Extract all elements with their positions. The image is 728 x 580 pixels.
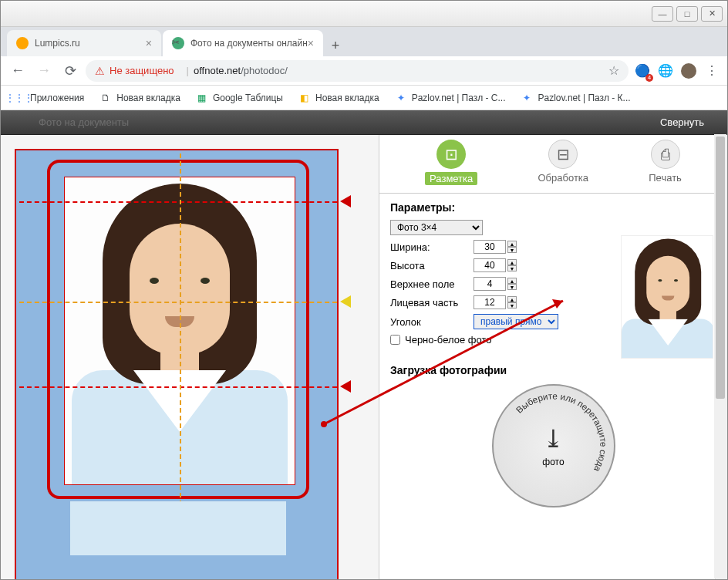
bookmark-newtab[interactable]: 🗋Новая вкладка bbox=[93, 89, 187, 107]
step-label: Обработка bbox=[538, 172, 588, 184]
bookmark-newtab2[interactable]: ◧Новая вкладка bbox=[292, 89, 386, 107]
page-icon: ◧ bbox=[298, 92, 311, 104]
width-label: Ширина: bbox=[390, 241, 474, 253]
guide-center-vertical[interactable] bbox=[180, 153, 181, 505]
step-label: Печать bbox=[649, 172, 682, 184]
spinner-down[interactable]: ▼ bbox=[507, 247, 517, 253]
settings-pane: ⊡ Разметка ⊟ Обработка ⎙ Печать Параметр… bbox=[379, 135, 727, 579]
facepart-label: Лицевая часть bbox=[390, 297, 474, 309]
scrollbar-thumb[interactable] bbox=[716, 137, 725, 399]
spinner-up[interactable]: ▲ bbox=[507, 241, 517, 247]
favicon-icon bbox=[16, 37, 29, 49]
tab-close-icon[interactable]: × bbox=[146, 37, 152, 49]
corner-label: Уголок bbox=[390, 316, 474, 328]
page-faint-title: Фото на документы bbox=[39, 116, 129, 128]
back-button[interactable]: ← bbox=[7, 60, 29, 82]
upload-dropzone[interactable]: ⤓ фото Выберите или перетащите сюда bbox=[492, 384, 615, 508]
spinner-down[interactable]: ▼ bbox=[507, 302, 517, 309]
omnibox[interactable]: Не защищено | offnote.net /photodoc/ ☆ bbox=[86, 60, 629, 82]
photo-canvas-pane bbox=[1, 135, 379, 579]
forward-button[interactable]: → bbox=[33, 60, 55, 82]
page-header: Фото на документы Свернуть bbox=[1, 110, 727, 135]
preset-select[interactable]: Фото 3×4 bbox=[390, 220, 483, 235]
apps-icon: ⋮⋮⋮ bbox=[13, 92, 25, 104]
guide-marker-icon bbox=[340, 380, 351, 393]
maximize-button[interactable]: □ bbox=[676, 6, 698, 22]
step-markup[interactable]: ⊡ Разметка bbox=[425, 140, 477, 185]
puzzle-icon: ✦ bbox=[521, 92, 533, 104]
guide-top-head[interactable] bbox=[19, 201, 337, 203]
tab-title: Lumpics.ru bbox=[35, 38, 80, 49]
photo-overflow bbox=[18, 501, 338, 578]
profile-avatar[interactable] bbox=[679, 62, 698, 80]
url-path: /photodoc/ bbox=[241, 65, 288, 76]
tab-close-icon[interactable]: × bbox=[308, 37, 314, 49]
guide-eyes[interactable] bbox=[19, 302, 337, 303]
star-icon[interactable]: ☆ bbox=[608, 63, 619, 78]
sliders-icon: ⊟ bbox=[548, 140, 578, 169]
close-button[interactable]: ✕ bbox=[701, 6, 723, 22]
bw-checkbox[interactable] bbox=[390, 335, 400, 345]
menu-icon[interactable]: ⋮ bbox=[703, 62, 721, 80]
bookmark-pazlov1[interactable]: ✦Pazlov.net | Пазл - С... bbox=[389, 89, 512, 107]
puzzle-icon: ✦ bbox=[395, 92, 407, 104]
url-host: offnote.net bbox=[194, 65, 241, 76]
collapse-button[interactable]: Свернуть bbox=[660, 116, 704, 128]
step-processing[interactable]: ⊟ Обработка bbox=[538, 140, 588, 185]
corner-select[interactable]: правый прямой bbox=[474, 314, 558, 329]
guide-marker-icon bbox=[340, 195, 351, 207]
crop-selection[interactable] bbox=[47, 160, 309, 499]
extension-icon[interactable]: 🔵4 bbox=[633, 62, 652, 80]
page-scrollbar[interactable] bbox=[714, 134, 726, 578]
parameters-panel: Параметры: Фото 3×4 Ширина: 30 ▲▼ Высота… bbox=[379, 194, 727, 358]
bookmark-apps[interactable]: ⋮⋮⋮Приложения bbox=[7, 89, 90, 107]
guide-marker-icon bbox=[340, 295, 351, 308]
address-bar: ← → ⟳ Не защищено | offnote.net /photodo… bbox=[1, 56, 727, 86]
height-input[interactable]: 40 bbox=[474, 258, 506, 272]
favicon-icon: ✂ bbox=[172, 37, 184, 49]
crop-icon: ⊡ bbox=[436, 140, 466, 169]
height-label: Высота bbox=[390, 260, 474, 271]
svg-text:Выберите или перетащите сюда: Выберите или перетащите сюда bbox=[514, 390, 608, 474]
preview-thumbnail bbox=[621, 235, 713, 359]
spinner-down[interactable]: ▼ bbox=[507, 265, 517, 271]
window-title-bar: — □ ✕ bbox=[1, 1, 727, 27]
bookmarks-bar: ⋮⋮⋮Приложения 🗋Новая вкладка ▦Google Таб… bbox=[1, 86, 727, 110]
sheets-icon: ▦ bbox=[196, 92, 208, 104]
tab-title: Фото на документы онлайн bbox=[190, 38, 308, 49]
topmargin-label: Верхнее поле bbox=[390, 278, 474, 290]
step-label: Разметка bbox=[425, 172, 477, 185]
spinner-up[interactable]: ▲ bbox=[507, 278, 517, 284]
facepart-input[interactable]: 12 bbox=[474, 295, 506, 309]
printer-icon: ⎙ bbox=[651, 140, 680, 169]
step-print[interactable]: ⎙ Печать bbox=[649, 140, 682, 185]
bw-label: Черно-белое фото bbox=[405, 334, 491, 346]
params-title: Параметры: bbox=[390, 201, 716, 214]
content-area: ⊡ Разметка ⊟ Обработка ⎙ Печать Параметр… bbox=[1, 135, 727, 579]
minimize-button[interactable]: — bbox=[652, 6, 673, 22]
spinner-up[interactable]: ▲ bbox=[507, 259, 517, 265]
extension-icon-2[interactable]: 🌐 bbox=[656, 62, 675, 80]
new-tab-button[interactable]: + bbox=[325, 35, 346, 56]
page-icon: 🗋 bbox=[99, 92, 112, 104]
reload-button[interactable]: ⟳ bbox=[59, 60, 81, 82]
upload-title: Загрузка фотографии bbox=[390, 364, 716, 376]
insecure-badge: Не защищено bbox=[95, 65, 174, 77]
tab-photodoc[interactable]: ✂ Фото на документы онлайн × bbox=[163, 30, 323, 56]
bookmark-pazlov2[interactable]: ✦Pazlov.net | Пазл - К... bbox=[514, 89, 636, 107]
circular-text: Выберите или перетащите сюда bbox=[494, 386, 614, 506]
guide-chin[interactable] bbox=[19, 386, 337, 388]
canvas-outer-frame bbox=[15, 149, 339, 579]
upload-section: Загрузка фотографии ⤓ фото Выберите или … bbox=[379, 364, 727, 508]
spinner-down[interactable]: ▼ bbox=[507, 284, 517, 290]
bookmark-sheets[interactable]: ▦Google Таблицы bbox=[190, 89, 289, 107]
tab-lumpics[interactable]: Lumpics.ru × bbox=[7, 30, 161, 56]
topmargin-input[interactable]: 4 bbox=[474, 277, 506, 291]
spinner-up[interactable]: ▲ bbox=[507, 296, 517, 302]
steps-bar: ⊡ Разметка ⊟ Обработка ⎙ Печать bbox=[379, 135, 727, 194]
tab-strip: Lumpics.ru × ✂ Фото на документы онлайн … bbox=[1, 27, 727, 56]
width-input[interactable]: 30 bbox=[474, 240, 506, 254]
